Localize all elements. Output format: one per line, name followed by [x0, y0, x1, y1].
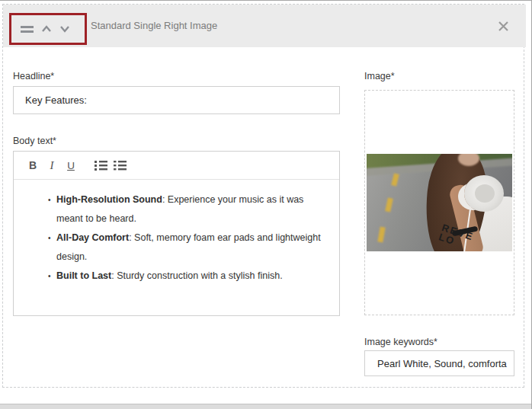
- bold-button[interactable]: B: [24, 156, 42, 174]
- next-component-strip: [0, 404, 532, 409]
- headline-label: Headline*: [13, 71, 54, 81]
- component-title: Standard Single Right Image: [91, 5, 217, 47]
- chevron-up-icon[interactable]: [41, 25, 52, 33]
- ordered-list-icon[interactable]: [91, 156, 110, 174]
- headline-input[interactable]: [13, 86, 340, 114]
- list-item: Built to Last: Sturdy construction with …: [56, 267, 325, 286]
- body-text-label: Body text*: [13, 136, 56, 146]
- list-item: All-Day Comfort: Soft, memory foam ear p…: [56, 228, 325, 267]
- image-label: Image*: [364, 71, 395, 81]
- unordered-list-icon[interactable]: [111, 156, 129, 174]
- rte-toolbar: B I U: [14, 152, 339, 180]
- list-item: High-Resolution Sound: Experience your m…: [56, 190, 325, 228]
- headphones-photo: REVELO: [367, 154, 512, 251]
- move-controls-annotation: [9, 13, 87, 45]
- drag-handle-icon[interactable]: [21, 26, 34, 33]
- chevron-down-icon[interactable]: [59, 25, 70, 33]
- close-icon[interactable]: [498, 21, 509, 32]
- image-dropzone[interactable]: REVELO: [364, 90, 514, 315]
- component-header: Standard Single Right Image: [3, 5, 526, 47]
- body-text-editor: B I U High-Resolution Sound: Experience …: [13, 151, 340, 316]
- page-editor-canvas: Standard Single Right Image Headline* Bo…: [0, 0, 532, 409]
- body-text-content[interactable]: High-Resolution Sound: Experience your m…: [14, 180, 339, 315]
- image-keywords-label: Image keywords*: [364, 337, 437, 347]
- feature-list: High-Resolution Sound: Experience your m…: [14, 190, 325, 286]
- image-keywords-input[interactable]: [364, 350, 514, 376]
- italic-button[interactable]: I: [43, 156, 61, 174]
- underline-button[interactable]: U: [62, 156, 80, 174]
